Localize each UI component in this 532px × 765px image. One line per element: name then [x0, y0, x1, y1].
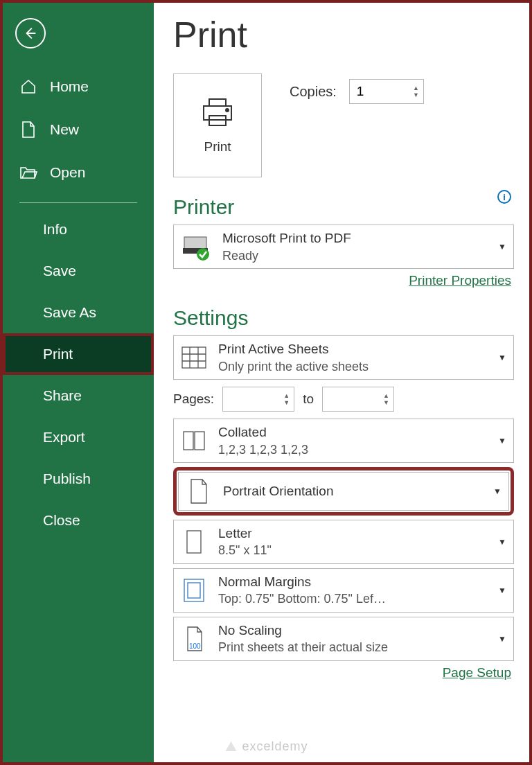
nav-label: New: [50, 121, 79, 138]
nav-label: Save As: [43, 304, 96, 321]
copies-input[interactable]: 1 ▲▼: [349, 79, 424, 104]
copies-value: 1: [357, 84, 364, 99]
new-icon: [19, 121, 37, 139]
pages-from-input[interactable]: ▲▼: [222, 387, 294, 412]
page-setup-link[interactable]: Page Setup: [173, 665, 511, 680]
nav-home[interactable]: Home: [3, 65, 154, 108]
nav-close[interactable]: Close: [3, 500, 154, 541]
nav-new[interactable]: New: [3, 108, 154, 151]
printer-ready-icon: [179, 230, 213, 263]
dd-title: Collated: [218, 423, 488, 441]
nav-saveas[interactable]: Save As: [3, 292, 154, 333]
nav-label: Info: [43, 221, 67, 238]
home-icon: [19, 78, 37, 96]
dd-title: Letter: [218, 525, 488, 543]
dd-sub: 8.5" x 11": [218, 542, 488, 559]
svg-rect-14: [187, 531, 201, 553]
main-panel: Print Print Copies: 1 ▲▼ i Printer: [154, 3, 529, 762]
svg-point-6: [197, 248, 209, 261]
printer-name: Microsoft Print to PDF: [222, 229, 488, 247]
print-what-dropdown[interactable]: Print Active Sheets Only print the activ…: [173, 335, 514, 380]
nav-label: Share: [43, 387, 82, 404]
to-label: to: [303, 392, 314, 407]
open-icon: [19, 164, 37, 182]
collate-icon: [179, 426, 209, 455]
nav-publish[interactable]: Publish: [3, 458, 154, 500]
printer-status: Ready: [222, 247, 488, 264]
copies-label: Copies:: [290, 84, 337, 100]
svg-rect-0: [209, 99, 226, 106]
scaling-dropdown[interactable]: 100 No Scaling Print sheets at their act…: [173, 617, 514, 661]
dd-sub: 1,2,3 1,2,3 1,2,3: [218, 441, 488, 458]
svg-rect-4: [184, 237, 206, 249]
watermark: exceldemy: [224, 739, 308, 754]
nav-info[interactable]: Info: [3, 209, 154, 250]
nav-label: Print: [43, 346, 73, 362]
chevron-down-icon: ▼: [493, 486, 502, 496]
chevron-down-icon: ▼: [498, 436, 506, 446]
nav-open[interactable]: Open: [3, 151, 154, 194]
sheets-icon: [179, 343, 209, 372]
margins-icon: [179, 576, 209, 605]
dd-sub: Print sheets at their actual size: [218, 639, 488, 656]
collate-dropdown[interactable]: Collated 1,2,3 1,2,3 1,2,3 ▼: [173, 419, 514, 463]
svg-rect-16: [188, 583, 200, 598]
nav-print[interactable]: Print: [3, 333, 154, 375]
pages-label: Pages:: [173, 392, 214, 407]
page-title: Print: [173, 14, 514, 55]
chevron-down-icon: ▼: [498, 634, 506, 644]
sidebar: Home New Open Info Save Save As Print Sh…: [3, 3, 154, 762]
printer-dropdown[interactable]: Microsoft Print to PDF Ready ▼: [173, 225, 514, 269]
svg-rect-13: [195, 432, 204, 450]
margins-dropdown[interactable]: Normal Margins Top: 0.75" Bottom: 0.75" …: [173, 568, 514, 613]
chevron-down-icon: ▼: [498, 586, 506, 595]
back-arrow-icon: [23, 26, 38, 41]
nav-label: Open: [50, 164, 85, 181]
dd-title: Portrait Orientation: [223, 482, 484, 500]
svg-marker-18: [225, 741, 236, 751]
print-button[interactable]: Print: [173, 73, 262, 177]
scaling-icon: 100: [179, 624, 209, 653]
nav-export[interactable]: Export: [3, 416, 154, 458]
chevron-down-icon: ▼: [498, 537, 506, 547]
sidebar-divider: [19, 202, 137, 203]
print-button-label: Print: [204, 139, 231, 155]
nav-label: Publish: [43, 471, 91, 487]
paper-size-dropdown[interactable]: Letter 8.5" x 11" ▼: [173, 520, 514, 564]
dd-title: No Scaling: [218, 622, 488, 640]
nav-label: Export: [43, 429, 85, 446]
spinner-arrows-icon[interactable]: ▲▼: [283, 392, 290, 406]
settings-heading: Settings: [173, 306, 514, 330]
dd-sub: Top: 0.75" Bottom: 0.75" Lef…: [218, 590, 488, 607]
nav-share[interactable]: Share: [3, 375, 154, 416]
watermark-text: exceldemy: [242, 739, 308, 754]
nav-label: Home: [50, 78, 89, 95]
spinner-arrows-icon[interactable]: ▲▼: [383, 392, 389, 406]
orientation-highlight: Portrait Orientation ▼: [173, 467, 514, 516]
svg-text:100: 100: [189, 642, 201, 650]
dd-sub: Only print the active sheets: [218, 358, 488, 375]
page-icon: [179, 527, 209, 556]
chevron-down-icon: ▼: [498, 242, 506, 252]
orientation-dropdown[interactable]: Portrait Orientation ▼: [178, 472, 509, 511]
back-button[interactable]: [15, 18, 46, 49]
spinner-arrows-icon[interactable]: ▲▼: [413, 85, 419, 98]
dd-title: Normal Margins: [218, 573, 488, 591]
printer-icon: [200, 96, 236, 130]
printer-properties-link[interactable]: Printer Properties: [173, 273, 511, 288]
printer-heading: Printer: [173, 195, 514, 219]
info-icon[interactable]: i: [497, 190, 511, 204]
nav-label: Close: [43, 512, 80, 529]
svg-rect-12: [184, 432, 193, 450]
dd-title: Print Active Sheets: [218, 340, 488, 358]
watermark-icon: [224, 740, 238, 754]
nav-label: Save: [43, 263, 76, 279]
pages-to-input[interactable]: ▲▼: [322, 387, 394, 412]
svg-rect-7: [182, 347, 206, 368]
svg-point-3: [226, 109, 229, 112]
nav-save[interactable]: Save: [3, 250, 154, 292]
chevron-down-icon: ▼: [498, 353, 506, 362]
portrait-icon: [184, 477, 213, 506]
